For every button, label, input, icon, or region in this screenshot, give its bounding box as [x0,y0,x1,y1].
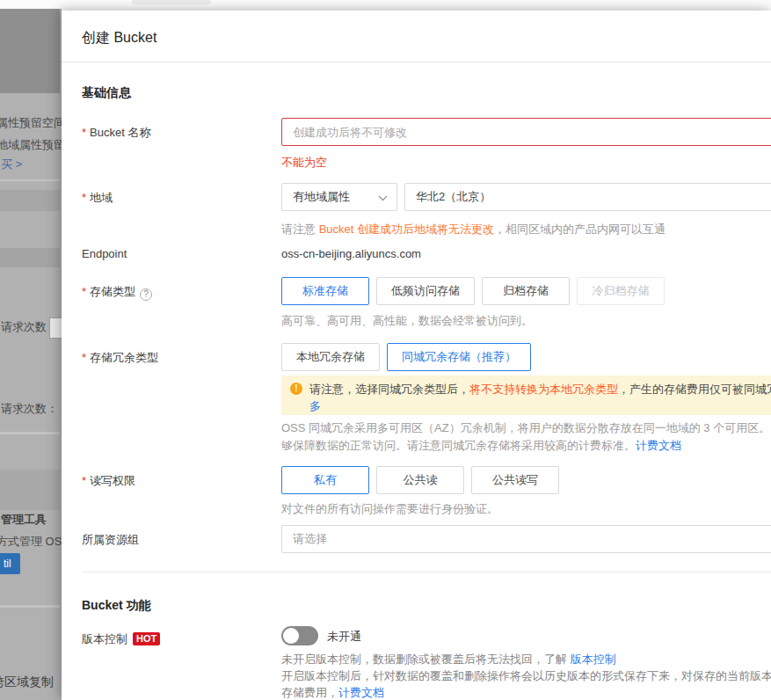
hot-badge: HOT [133,632,160,645]
storage-class-option-ia[interactable]: 低频访问存储 [376,277,475,305]
dimmed-background-page: 属性预留空间 地域属性预留 买 > 请求次数 请求次数： - 管理工具 方式管理… [0,9,62,700]
background-band [0,248,60,267]
background-scrollbar [132,0,211,4]
redundancy-option-zrs[interactable]: 同城冗余存储（推荐） [387,343,531,371]
required-asterisk: * [82,351,86,364]
create-bucket-dialog: 创建 Bucket 基础信息 *Bucket 名称 不能为空 *地域 有地域属性… [62,11,771,700]
toggle-knob [283,628,299,644]
versioning-desc-line1: 未开启版本控制，数据删除或被覆盖后将无法找回，了解 版本控制 [281,652,616,667]
screen: 属性预留空间 地域属性预留 买 > 请求次数 请求次数： - 管理工具 方式管理… [0,0,771,700]
versioning-state: 未开通 [327,629,361,645]
versioning-desc-line3: 存储费用，计费文档 [281,685,384,700]
redundancy-warning-text: 请注意，选择同城冗余类型后，将不支持转换为本地冗余类型，产生的存储费用仅可被同城… [309,381,771,397]
region-hint: 请注意 Bucket 创建成功后地域将无法更改，相同区域内的产品内网可以互通 [281,222,666,237]
chevron-down-icon [378,191,388,204]
redundancy-label: *存储冗余类型 [82,350,158,366]
redundancy-desc-line1: OSS 同城冗余采用多可用区（AZ）冗余机制，将用户的数据分散存放在同一地域的 … [281,420,771,436]
background-mini-input [49,317,62,339]
background-text-request-count-value: 请求次数： - [1,401,62,417]
storage-class-label: *存储类型? [82,284,152,301]
section-divider [82,572,771,572]
versioning-doc-link[interactable]: 版本控制 [571,653,616,666]
background-divider [0,605,60,608]
versioning-desc-line2: 开启版本控制后，针对数据的覆盖和删除操作将会以历史版本的形式保存下来，对保存的当… [281,668,771,684]
help-icon[interactable]: ? [140,288,152,301]
acl-label: *读写权限 [82,473,135,489]
redundancy-warning-emphasis: 将不支持转换为本地冗余类型 [469,383,618,396]
background-heading-management-tools: 管理工具 [1,512,47,528]
region-label: *地域 [82,190,113,206]
background-text-manage-oss: 方式管理 OS [0,534,62,550]
storage-class-option-cold-archive: 冷归档存储 [577,277,665,305]
acl-desc: 对文件的所有访问操作需要进行身份验证。 [281,501,498,517]
redundancy-options: 本地冗余存储 同城冗余存储（推荐） [281,343,531,371]
acl-options: 私有 公共读 公共读写 [281,466,559,494]
background-dark-sidebar [0,9,60,93]
dialog-title: 创建 Bucket [82,29,156,47]
region-select-value: 华北2（北京） [416,189,491,205]
warning-icon: ! [290,383,302,395]
required-asterisk: * [82,191,86,204]
redundancy-warning-more-link[interactable]: 多 [309,397,771,414]
resource-group-label: 所属资源组 [82,532,139,548]
storage-class-option-standard[interactable]: 标准存储 [281,277,369,305]
redundancy-option-lrs[interactable]: 本地冗余存储 [281,343,380,371]
title-divider [62,62,771,62]
region-select[interactable]: 华北2（北京） [404,183,771,211]
redundancy-desc-line2: 够保障数据的正常访问。请注意同城冗余存储将采用较高的计费标准。计费文档 [281,438,681,454]
section-heading-bucket-features: Bucket 功能 [82,598,151,614]
endpoint-label: Endpoint [82,247,127,260]
background-band [0,470,60,510]
required-asterisk: * [82,126,86,139]
required-asterisk: * [82,474,86,487]
bucket-name-label: *Bucket 名称 [82,125,150,141]
acl-option-private[interactable]: 私有 [281,466,369,494]
resource-group-placeholder: 请选择 [293,531,327,547]
required-asterisk: * [82,285,86,298]
billing-doc-link[interactable]: 计费文档 [636,439,681,452]
background-text-request-count: 请求次数 [1,319,47,335]
section-heading-basic-info: 基础信息 [82,85,131,101]
background-ossutil-button[interactable]: til [0,553,20,574]
region-type-select[interactable]: 有地域属性 [281,183,397,211]
versioning-toggle[interactable] [281,626,318,645]
storage-class-desc: 高可靠、高可用、高性能，数据会经常被访问到。 [281,313,533,329]
bucket-name-input[interactable] [281,118,771,146]
resource-group-select[interactable]: 请选择 [281,525,771,553]
background-text-cross-region-replication: 跨区域复制 [0,674,54,690]
background-divider [0,432,60,434]
background-band [0,190,60,211]
region-type-select-value: 有地域属性 [293,189,350,205]
storage-class-option-archive[interactable]: 归档存储 [482,277,570,305]
region-hint-emphasis: Bucket 创建成功后地域将无法更改 [319,222,494,236]
background-divider [0,179,60,181]
redundancy-warning-box: ! 请注意，选择同城冗余类型后，将不支持转换为本地冗余类型，产生的存储费用仅可被… [281,376,771,415]
billing-doc-link[interactable]: 计费文档 [338,686,384,699]
storage-class-options: 标准存储 低频访问存储 归档存储 冷归档存储 [281,277,665,305]
endpoint-value: oss-cn-beijing.aliyuncs.com [281,247,421,260]
acl-option-public-read-write[interactable]: 公共读写 [471,466,559,494]
background-text-reserved-capacity: 属性预留空间 [0,115,62,131]
background-buy-link[interactable]: 买 > [1,157,22,172]
versioning-label: 版本控制HOT [82,631,160,647]
background-text-region-reserved: 地域属性预留 [0,137,62,153]
acl-option-public-read[interactable]: 公共读 [376,466,464,494]
bucket-name-error: 不能为空 [281,155,327,171]
